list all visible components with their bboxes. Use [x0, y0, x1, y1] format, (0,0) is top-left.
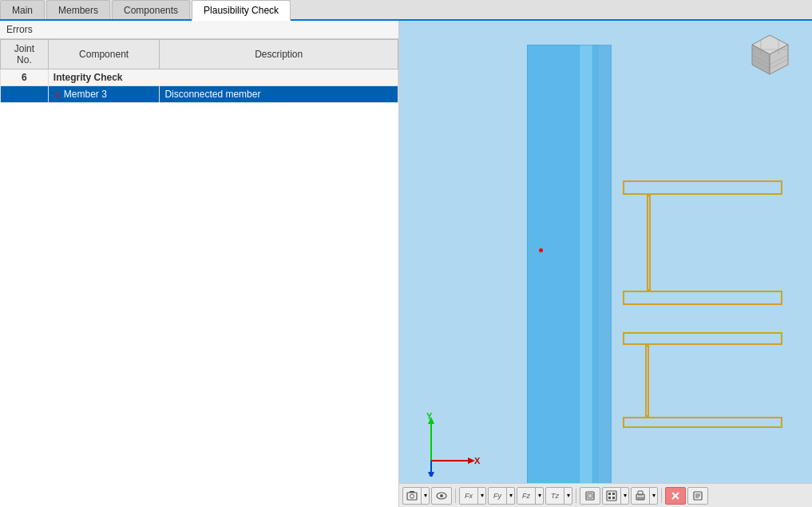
display-dropdown[interactable]: ▾: [602, 487, 629, 505]
column-right-shape: [597, 45, 612, 507]
cell-joint-no: 6: [1, 69, 49, 86]
display-btn[interactable]: [603, 487, 620, 505]
axes-svg: Y X Z: [415, 413, 487, 477]
svg-text:Z: Z: [426, 475, 432, 477]
i-beam-1-top: [623, 180, 782, 195]
tz-dropdown[interactable]: Tz ▾: [545, 487, 572, 505]
tab-main[interactable]: Main: [0, 0, 45, 19]
warning-icon: ⚠: [53, 89, 61, 100]
fy-dropdown-arrow[interactable]: ▾: [506, 487, 514, 505]
header-joint-no: Joint No.: [1, 40, 49, 69]
svg-rect-30: [612, 497, 615, 499]
table-row[interactable]: ⚠ Member 3 Disconnected member: [1, 86, 398, 103]
table-header-row: Joint No. Component Description: [1, 40, 398, 69]
table-container: Joint No. Component Description 6 Integr…: [0, 39, 398, 507]
tz-btn[interactable]: Tz: [546, 487, 564, 505]
errors-label: Errors: [6, 24, 33, 35]
separator-3: [661, 489, 662, 503]
fz-btn[interactable]: Fz: [517, 487, 535, 505]
display-dropdown-arrow[interactable]: ▾: [620, 487, 628, 505]
screenshot-dropdown[interactable]: ▾: [402, 487, 430, 505]
fx-dropdown-arrow[interactable]: ▾: [477, 487, 485, 505]
i-beam-1-web: [647, 195, 651, 291]
i-beam-2-top: [623, 332, 782, 345]
fx-btn[interactable]: Fx: [460, 487, 477, 505]
cell-description: Disconnected member: [160, 86, 398, 103]
close-btn[interactable]: [665, 487, 686, 505]
print-dropdown-arrow[interactable]: ▾: [649, 487, 657, 505]
print-dropdown[interactable]: ▾: [631, 487, 658, 505]
errors-table: Joint No. Component Description 6 Integr…: [0, 39, 398, 103]
svg-text:Y: Y: [426, 413, 433, 421]
screenshot-btn[interactable]: [403, 487, 421, 505]
svg-point-23: [440, 494, 443, 497]
cube-navigator[interactable]: [744, 29, 796, 81]
svg-rect-33: [638, 497, 643, 499]
selection-dot: [539, 248, 543, 252]
table-row[interactable]: 6 Integrity Check: [1, 69, 398, 86]
errors-header: Errors: [0, 21, 398, 39]
svg-rect-28: [612, 493, 615, 495]
tz-dropdown-arrow[interactable]: ▾: [564, 487, 572, 505]
svg-rect-26: [607, 491, 616, 501]
info-btn[interactable]: [687, 487, 708, 505]
cell-joint-no: [1, 86, 49, 103]
bottom-toolbar: ▾ Fx ▾ Fy ▾ Fz ▾: [399, 483, 812, 507]
tab-bar: Main Members Components Plausibility Che…: [0, 0, 812, 21]
svg-rect-21: [410, 491, 414, 493]
fx-dropdown[interactable]: Fx ▾: [459, 487, 486, 505]
cell-integrity-check: Integrity Check: [48, 69, 398, 86]
tab-members[interactable]: Members: [46, 0, 110, 19]
cell-member-label: Member 3: [64, 89, 107, 100]
svg-rect-27: [608, 493, 611, 495]
svg-text:X: X: [474, 456, 481, 465]
separator-2: [576, 489, 576, 503]
svg-rect-19: [407, 493, 417, 500]
render-btn[interactable]: [580, 487, 600, 505]
print-btn[interactable]: [632, 487, 649, 505]
tab-components[interactable]: Components: [112, 0, 190, 19]
cell-component: ⚠ Member 3: [48, 86, 160, 103]
fy-dropdown[interactable]: Fy ▾: [488, 487, 515, 505]
header-description: Description: [160, 40, 398, 69]
column-left-shape: [579, 45, 593, 507]
i-beam-2-bottom: [623, 417, 782, 428]
header-component: Component: [48, 40, 160, 69]
fz-dropdown-arrow[interactable]: ▾: [535, 487, 543, 505]
i-beam-2-web: [645, 345, 649, 417]
screenshot-dropdown-arrow[interactable]: ▾: [421, 487, 429, 505]
separator-1: [455, 489, 456, 503]
svg-point-20: [410, 494, 414, 498]
main-layout: Errors Joint No. Component Description 6…: [0, 21, 812, 507]
svg-rect-25: [588, 493, 592, 498]
viewport-3d: Y X Z ▾ Fx: [399, 21, 812, 507]
svg-rect-29: [608, 497, 611, 499]
i-beam-1-bottom: [623, 291, 782, 305]
fz-dropdown[interactable]: Fz ▾: [517, 487, 544, 505]
left-panel: Errors Joint No. Component Description 6…: [0, 21, 399, 507]
view-btn[interactable]: [431, 487, 452, 505]
tab-plausibility-check[interactable]: Plausibility Check: [192, 0, 291, 21]
fy-btn[interactable]: Fy: [489, 487, 506, 505]
